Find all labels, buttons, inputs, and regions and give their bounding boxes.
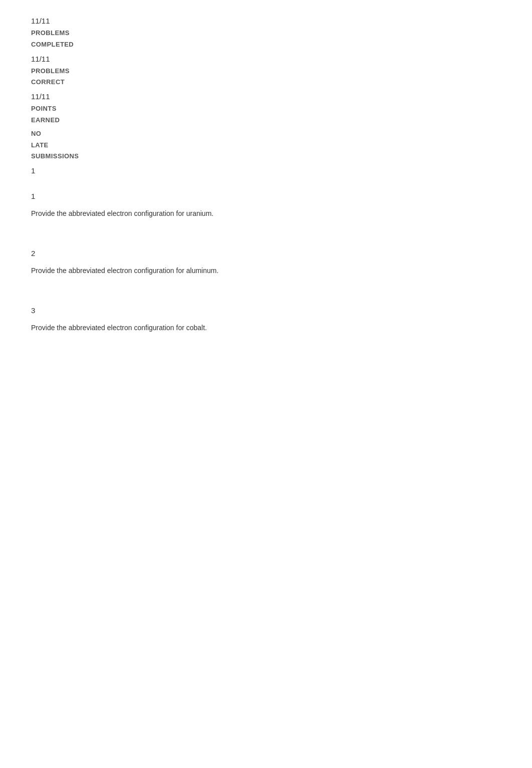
stat-group-points: 11/11 POINTS EARNED (31, 91, 501, 126)
problem-text-2: Provide the abbreviated electron configu… (31, 266, 501, 276)
problem-number-1: 1 (31, 192, 501, 200)
problem-text-3: Provide the abbreviated electron configu… (31, 323, 501, 333)
problem-text-1: Provide the abbreviated electron configu… (31, 208, 501, 219)
problems-correct-value: 11/11 (31, 53, 501, 65)
problem-item-1: 1 Provide the abbreviated electron confi… (31, 192, 501, 219)
late-label: LATE (31, 140, 501, 151)
points-earned-label: POINTS (31, 104, 501, 114)
problems-list: 1 Provide the abbreviated electron confi… (31, 192, 501, 333)
problems-completed-value: 11/11 (31, 15, 501, 27)
no-label: NO (31, 129, 501, 139)
submissions-label: SUBMISSIONS (31, 151, 501, 162)
stat-group-correct: 11/11 PROBLEMS CORRECT (31, 53, 501, 88)
stat-group-completed: 11/11 PROBLEMS COMPLETED (31, 15, 501, 50)
page-container: 11/11 PROBLEMS COMPLETED 11/11 PROBLEMS … (0, 0, 532, 378)
problems-completed-label: PROBLEMS (31, 28, 501, 39)
problem-item-2: 2 Provide the abbreviated electron confi… (31, 249, 501, 276)
points-earned-sublabel: EARNED (31, 115, 501, 126)
points-earned-value: 11/11 (31, 91, 501, 103)
problems-correct-label: PROBLEMS (31, 66, 501, 77)
problem-number-2: 2 (31, 249, 501, 258)
submissions-value: 1 (31, 165, 501, 177)
stat-group-submissions-count: 1 (31, 165, 501, 177)
stat-group-late: NO LATE SUBMISSIONS (31, 129, 501, 162)
problems-completed-sublabel: COMPLETED (31, 40, 501, 50)
stats-section: 11/11 PROBLEMS COMPLETED 11/11 PROBLEMS … (31, 15, 501, 177)
problems-correct-sublabel: CORRECT (31, 77, 501, 88)
problem-item-3: 3 Provide the abbreviated electron confi… (31, 306, 501, 333)
problem-number-3: 3 (31, 306, 501, 315)
